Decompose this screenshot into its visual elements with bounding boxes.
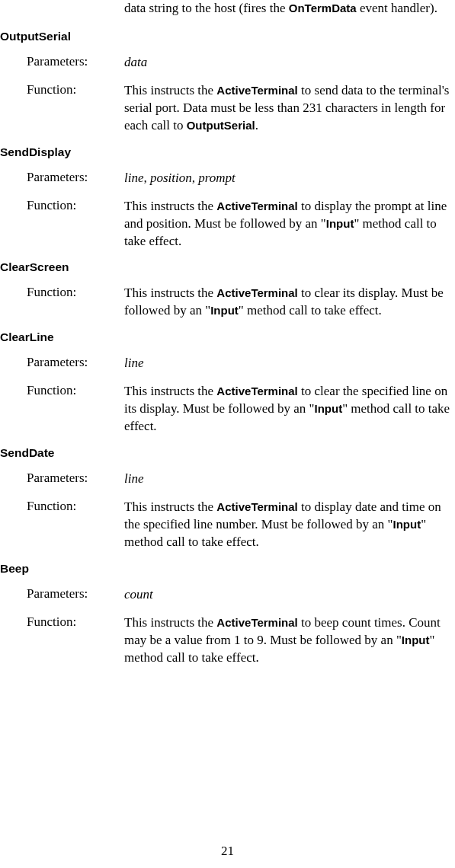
output-serial-parameters-value: data: [124, 54, 453, 72]
function-label: Function:: [0, 614, 124, 667]
text-segment: " method call to take effect.: [239, 303, 382, 318]
function-label: Function:: [0, 383, 124, 436]
text-segment: This instructs the: [124, 199, 216, 213]
text-segment: This instructs the: [124, 615, 216, 630]
send-date-parameters-value: line: [124, 471, 453, 488]
intro-text-post: event handler).: [357, 1, 437, 15]
intro-bold-ontermdata: OnTermData: [289, 2, 357, 14]
clear-line-parameters-row: Parameters: line: [0, 355, 453, 372]
bold-activeterminal: ActiveTerminal: [216, 199, 297, 212]
function-label: Function:: [0, 82, 124, 135]
text-segment: This instructs the: [124, 286, 216, 300]
clear-line-function-row: Function: This instructs the ActiveTermi…: [0, 383, 453, 436]
text-segment: This instructs the: [124, 384, 216, 398]
send-date-function-text: This instructs the ActiveTerminal to dis…: [124, 499, 453, 551]
method-output-serial-heading: OutputSerial: [0, 30, 453, 43]
bold-activeterminal: ActiveTerminal: [216, 385, 297, 397]
function-label: Function:: [0, 285, 124, 320]
beep-function-row: Function: This instructs the ActiveTermi…: [0, 614, 453, 667]
output-serial-parameters-row: Parameters: data: [0, 54, 453, 72]
parameters-label: Parameters:: [0, 471, 124, 488]
function-label: Function:: [0, 198, 124, 251]
intro-text-pre: data string to the host (fires the: [124, 1, 289, 15]
bold-activeterminal: ActiveTerminal: [216, 500, 297, 513]
intro-fragment-text: data string to the host (fires the OnTer…: [124, 0, 453, 18]
beep-function-text: This instructs the ActiveTerminal to bee…: [124, 614, 453, 667]
bold-input: Input: [326, 217, 354, 230]
bold-activeterminal: ActiveTerminal: [216, 616, 297, 629]
clear-screen-function-row: Function: This instructs the ActiveTermi…: [0, 285, 453, 320]
send-date-function-row: Function: This instructs the ActiveTermi…: [0, 499, 453, 551]
output-serial-function-row: Function: This instructs the ActiveTermi…: [0, 82, 453, 135]
bold-activeterminal: ActiveTerminal: [216, 286, 297, 299]
send-display-function-text: This instructs the ActiveTerminal to dis…: [124, 198, 453, 251]
send-display-function-row: Function: This instructs the ActiveTermi…: [0, 198, 453, 251]
method-beep-heading: Beep: [0, 562, 453, 576]
function-label: Function:: [0, 499, 124, 551]
send-display-parameters-value: line, position, prompt: [124, 170, 453, 187]
beep-parameters-value: count: [124, 586, 453, 604]
parameters-label: Parameters:: [0, 170, 124, 187]
clear-line-function-text: This instructs the ActiveTerminal to cle…: [124, 383, 453, 436]
page-number: 21: [0, 844, 455, 859]
text-segment: This instructs the: [124, 499, 216, 514]
bold-outputserial: OutputSerial: [187, 119, 255, 132]
method-clear-line-heading: ClearLine: [0, 330, 453, 344]
parameters-label: Parameters:: [0, 355, 124, 372]
method-clear-screen-heading: ClearScreen: [0, 260, 453, 274]
bold-input: Input: [402, 633, 430, 646]
clear-screen-function-text: This instructs the ActiveTerminal to cle…: [124, 285, 453, 320]
parameters-label: Parameters:: [0, 54, 124, 72]
parameters-label: Parameters:: [0, 586, 124, 604]
bold-input: Input: [210, 304, 239, 317]
text-segment: This instructs the: [124, 83, 216, 97]
send-display-parameters-row: Parameters: line, position, prompt: [0, 170, 453, 187]
clear-line-parameters-value: line: [124, 355, 453, 372]
bold-input: Input: [314, 402, 342, 415]
bold-input: Input: [393, 518, 421, 531]
output-serial-function-text: This instructs the ActiveTerminal to sen…: [124, 82, 453, 135]
document-body: data string to the host (fires the OnTer…: [0, 0, 455, 667]
method-send-display-heading: SendDisplay: [0, 145, 453, 159]
bold-activeterminal: ActiveTerminal: [216, 84, 297, 97]
beep-parameters-row: Parameters: count: [0, 586, 453, 604]
send-date-parameters-row: Parameters: line: [0, 471, 453, 488]
text-segment: .: [255, 118, 258, 132]
method-send-date-heading: SendDate: [0, 446, 453, 460]
